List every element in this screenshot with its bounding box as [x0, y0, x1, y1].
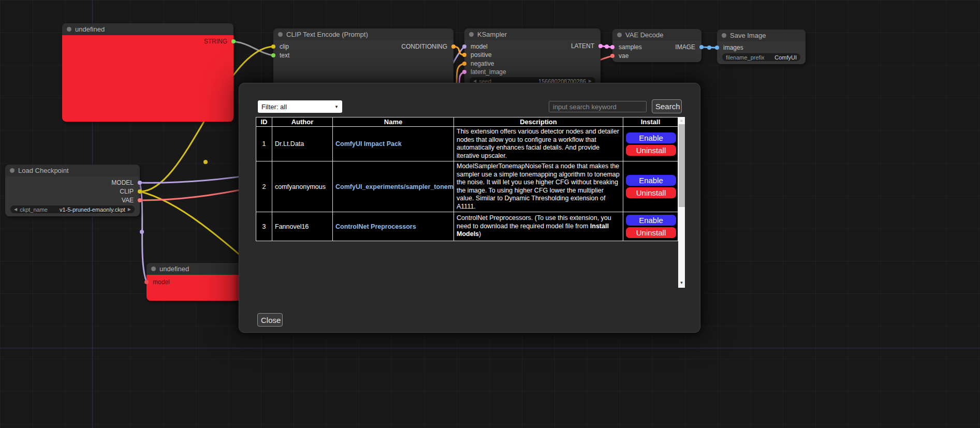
collapse-dot-icon[interactable]	[617, 33, 622, 37]
collapse-dot-icon[interactable]	[10, 168, 14, 173]
input-slot-model[interactable]: model	[147, 278, 170, 286]
node-vae-decode[interactable]: VAE Decode samples vae IMAGE	[612, 29, 701, 62]
slot-label: MODEL	[111, 179, 134, 187]
header-install: Install	[623, 117, 678, 127]
cell-id: 3	[256, 212, 272, 241]
input-slot-model[interactable]: model	[464, 42, 488, 51]
node-title-bar[interactable]: CLIP Text Encode (Prompt)	[273, 28, 454, 40]
enable-button[interactable]: Enable	[626, 132, 676, 143]
input-slot-positive[interactable]: positive	[464, 51, 492, 59]
collapse-dot-icon[interactable]	[469, 32, 474, 37]
scroll-up-icon[interactable]: ▲	[678, 117, 685, 124]
cell-author: comfyanonymous	[272, 161, 333, 212]
node-title-bar[interactable]: Save Image	[717, 29, 806, 41]
output-slot-model[interactable]: MODEL	[111, 179, 140, 187]
collapse-dot-icon[interactable]	[67, 27, 71, 32]
uninstall-button[interactable]: Uninstall	[626, 187, 676, 198]
filename-prefix-widget[interactable]: filename_prefix ComfyUI	[722, 53, 800, 61]
uninstall-button[interactable]: Uninstall	[626, 227, 676, 238]
input-dot-icon[interactable]	[271, 53, 275, 57]
input-slot-clip[interactable]: clip	[273, 42, 289, 51]
input-dot-icon[interactable]	[462, 53, 466, 57]
header-description: Description	[454, 117, 623, 127]
collapse-dot-icon[interactable]	[278, 32, 283, 37]
input-dot-icon[interactable]	[462, 45, 466, 49]
input-slot-negative[interactable]: negative	[464, 60, 494, 68]
node-title-bar[interactable]: KSampler	[464, 28, 601, 40]
output-slot-string[interactable]: STRING	[204, 37, 233, 46]
table-scrollbar[interactable]: ▲ ▼	[678, 117, 685, 288]
output-dot-icon[interactable]	[138, 198, 142, 202]
cell-description: ModelSamplerTonemapNoiseTest a node that…	[454, 161, 623, 212]
slot-label: latent_image	[471, 68, 506, 76]
header-author: Author	[272, 117, 333, 127]
input-dot-icon[interactable]	[715, 46, 719, 50]
widget-value[interactable]: v1-5-pruned-emaonly.ckpt	[60, 206, 125, 213]
input-dot-icon[interactable]	[462, 62, 466, 66]
extension-table-wrap: ID Author Name Description Install 1 Dr.…	[256, 117, 685, 288]
output-dot-icon[interactable]	[598, 44, 603, 48]
input-slot-samples[interactable]: samples	[612, 43, 642, 51]
extension-link[interactable]: ComfyUI Impact Pack	[335, 140, 402, 147]
node-load-checkpoint[interactable]: Load Checkpoint MODEL CLIP VAE ◀ ckpt_na…	[5, 165, 140, 216]
input-dot-icon[interactable]	[610, 54, 615, 58]
node-title-bar[interactable]: Load Checkpoint	[5, 165, 140, 176]
node-title-bar[interactable]: undefined	[147, 263, 243, 275]
comfyui-canvas[interactable]: undefined STRING CLIP Text Encode (Promp…	[0, 0, 980, 428]
input-dot-icon[interactable]	[144, 280, 149, 284]
slot-label: LATENT	[571, 42, 594, 50]
enable-button[interactable]: Enable	[626, 175, 676, 186]
close-button[interactable]: Close	[257, 313, 283, 327]
node-undefined-bottom[interactable]: undefined model	[147, 263, 243, 301]
slot-label: images	[723, 43, 743, 52]
output-dot-icon[interactable]	[231, 39, 236, 43]
widget-value[interactable]: ComfyUI	[774, 54, 797, 61]
node-title: undefined	[75, 25, 105, 33]
node-save-image[interactable]: Save Image images filename_prefix ComfyU…	[717, 29, 806, 64]
input-slot-text[interactable]: text	[273, 51, 289, 60]
ckpt-name-widget[interactable]: ◀ ckpt_name v1-5-pruned-emaonly.ckpt ▶	[10, 205, 135, 213]
slot-label: STRING	[204, 37, 227, 46]
node-title: Load Checkpoint	[18, 167, 69, 174]
scrollbar-thumb[interactable]	[679, 124, 685, 207]
next-arrow-icon[interactable]: ▶	[128, 207, 131, 212]
extension-link[interactable]: ComfyUI_experiments/sampler_tonemap	[335, 183, 454, 190]
input-dot-icon[interactable]	[462, 70, 466, 74]
node-title-bar[interactable]: VAE Decode	[612, 29, 701, 41]
cell-id: 2	[256, 161, 272, 212]
input-slot-vae[interactable]: vae	[612, 52, 628, 60]
chevron-down-icon: ▼	[334, 105, 339, 109]
output-slot-latent[interactable]: LATENT	[571, 42, 601, 50]
input-dot-icon[interactable]	[610, 45, 615, 49]
output-dot-icon[interactable]	[138, 189, 142, 194]
output-slot-image[interactable]: IMAGE	[675, 43, 701, 51]
uninstall-button[interactable]: Uninstall	[626, 145, 676, 156]
scroll-down-icon[interactable]: ▼	[678, 279, 685, 286]
search-button[interactable]: Search	[652, 99, 682, 113]
filter-dropdown[interactable]: Filter: all ▼	[258, 100, 342, 113]
table-header-row: ID Author Name Description Install	[256, 117, 678, 127]
input-slot-latent-image[interactable]: latent_image	[464, 68, 506, 76]
slot-label: model	[153, 278, 170, 286]
output-slot-vae[interactable]: VAE	[122, 196, 140, 204]
collapse-dot-icon[interactable]	[722, 33, 726, 38]
previous-arrow-icon[interactable]: ◀	[14, 207, 17, 212]
header-id: ID	[256, 117, 272, 127]
node-title-bar[interactable]: undefined	[62, 23, 233, 35]
output-slot-conditioning[interactable]: CONDITIONING	[401, 42, 454, 51]
node-undefined-top[interactable]: undefined STRING	[62, 23, 233, 122]
enable-button[interactable]: Enable	[626, 215, 676, 226]
output-slot-clip[interactable]: CLIP	[120, 187, 140, 196]
input-dot-icon[interactable]	[271, 45, 275, 49]
slot-label: positive	[471, 51, 492, 59]
node-title: CLIP Text Encode (Prompt)	[286, 31, 368, 38]
output-dot-icon[interactable]	[451, 45, 456, 49]
output-dot-icon[interactable]	[699, 45, 704, 49]
node-title: Save Image	[730, 32, 766, 39]
cell-install: Enable Uninstall	[623, 161, 678, 212]
output-dot-icon[interactable]	[138, 181, 142, 185]
input-slot-images[interactable]: images	[717, 43, 743, 52]
search-input[interactable]	[549, 101, 647, 112]
collapse-dot-icon[interactable]	[151, 267, 156, 271]
extension-link[interactable]: ControlNet Preprocessors	[335, 223, 416, 230]
